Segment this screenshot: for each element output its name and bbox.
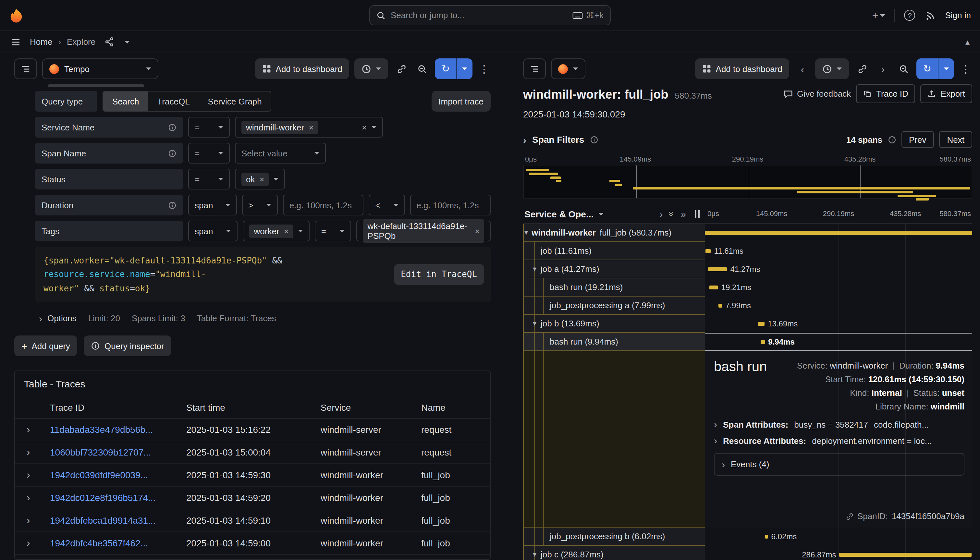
shift-time-back-button[interactable]: ‹ (795, 58, 810, 79)
content-outline-button[interactable] (523, 58, 546, 79)
service-name-operator-select[interactable]: = (188, 117, 230, 138)
shift-time-forward-button[interactable]: › (875, 58, 891, 79)
search-bar[interactable]: Search or jump to... ⌘+k (369, 5, 611, 25)
collapse-span-icon[interactable]: ▾ (533, 551, 537, 558)
trace-id-link[interactable]: 1942dbfebca1d9914a31... (50, 515, 155, 526)
give-feedback-button[interactable]: Give feedback (783, 89, 851, 98)
prev-span-button[interactable]: Prev (901, 131, 934, 148)
expand-row-icon[interactable]: › (27, 424, 30, 435)
name-column-header[interactable]: Service & Ope... (524, 208, 593, 219)
span-bar[interactable] (705, 231, 972, 235)
run-query-button[interactable]: ↻ (917, 58, 954, 79)
breadcrumb-home[interactable]: Home (30, 37, 52, 47)
import-trace-button[interactable]: Import trace (431, 91, 491, 112)
trace-id-link[interactable]: 1942dc039dfdf9e0039... (50, 470, 148, 480)
query-type-tab-traceql[interactable]: TraceQL (148, 92, 198, 111)
span-bar[interactable] (709, 285, 718, 289)
share-caret-button[interactable] (123, 39, 131, 45)
collapse-one-icon[interactable]: › (660, 208, 663, 219)
expand-row-icon[interactable]: › (27, 538, 30, 548)
tags-value-select[interactable]: wk-default-133114d6a91e-PSPQb× (357, 221, 491, 242)
remove-icon[interactable]: × (475, 226, 480, 236)
clear-icon[interactable]: × (362, 122, 367, 132)
span-row[interactable]: job_postprocessing a (7.99ms)7.99ms (523, 297, 972, 315)
news-rss-button[interactable] (925, 9, 937, 22)
column-header[interactable]: Trace ID (45, 397, 181, 418)
span-bar[interactable] (708, 267, 727, 271)
add-to-dashboard-button[interactable]: Add to dashboard (695, 58, 790, 79)
collapse-toolbar-button[interactable]: ▴ (964, 36, 971, 48)
options-accordion[interactable]: ›Options Limit: 20 Spans Limit: 3 Table … (35, 309, 491, 328)
span-row[interactable]: job_postprocessing b (6.02ms)6.02ms (523, 528, 972, 546)
tags-key-select[interactable]: worker× (243, 221, 310, 242)
add-query-button[interactable]: +Add query (14, 336, 77, 357)
link-button[interactable] (393, 58, 409, 79)
query-type-tab-search[interactable]: Search (103, 92, 148, 111)
zoom-out-button[interactable] (896, 58, 912, 79)
duration-lt-operator-select[interactable]: < (369, 195, 405, 215)
tags-scope-select[interactable]: span (188, 221, 238, 242)
trace-minimap[interactable] (523, 165, 972, 198)
trace-id-link[interactable]: 1060bbf732309b12707... (50, 447, 151, 458)
duration-gt-input[interactable]: e.g. 100ms, 1.2s (283, 195, 364, 215)
collapse-all-icon[interactable]: » (681, 208, 686, 219)
zoom-out-button[interactable] (414, 58, 430, 79)
remove-icon[interactable]: × (259, 174, 264, 184)
remove-icon[interactable]: × (284, 226, 289, 236)
span-row[interactable]: bash run (19.21ms)19.21ms (523, 278, 972, 297)
span-row[interactable]: job (11.61ms)11.61ms (523, 242, 972, 260)
column-header[interactable]: Service (315, 397, 416, 418)
expand-row-icon[interactable]: › (27, 470, 30, 480)
remove-icon[interactable]: × (308, 122, 313, 132)
share-shortlink-button[interactable] (103, 36, 115, 48)
span-name-operator-select[interactable]: = (188, 143, 230, 163)
export-button[interactable]: Export (921, 84, 972, 103)
datasource-picker[interactable]: Tempo (42, 58, 158, 79)
expand-row-icon[interactable]: › (27, 492, 30, 503)
trace-id-link[interactable]: 1942dc012e8f196b5174... (50, 493, 155, 503)
collapse-span-icon[interactable]: ▾ (533, 265, 537, 273)
duration-lt-input[interactable]: e.g. 100ms, 1.2s (410, 195, 491, 215)
datasource-picker[interactable] (551, 58, 585, 79)
span-row[interactable]: ▾windmill-workerfull_job (580.37ms) (523, 224, 972, 242)
time-range-picker[interactable] (355, 58, 388, 79)
status-operator-select[interactable]: = (188, 169, 230, 190)
column-header[interactable]: Name (416, 397, 490, 418)
expand-row-icon[interactable]: › (27, 515, 30, 526)
service-name-value-select[interactable]: windmill-worker× × (235, 117, 383, 138)
trace-id-link[interactable]: 11dabada33e479db56b... (50, 425, 153, 435)
link-button[interactable] (854, 58, 870, 79)
span-row[interactable]: ▾job b (13.69ms)13.69ms (523, 315, 972, 333)
expand-all-icon[interactable]: » (667, 211, 677, 217)
query-inspector-button[interactable]: Query inspector (84, 336, 171, 357)
span-filters-accordion[interactable]: › Span Filters (523, 134, 598, 145)
span-attributes-accordion[interactable]: › Span Attributes: busy_ns = 3582417 cod… (714, 419, 965, 430)
span-bar[interactable] (765, 535, 768, 538)
collapse-span-icon[interactable]: ▾ (524, 229, 528, 236)
next-span-button[interactable]: Next (940, 131, 972, 148)
status-value-select[interactable]: ok× (235, 169, 285, 190)
span-row[interactable]: bash run (9.94ms)9.94ms (523, 333, 972, 351)
trace-id-button[interactable]: Trace ID (856, 84, 915, 103)
help-button[interactable]: ? (903, 8, 917, 22)
pause-icon[interactable] (695, 210, 700, 218)
time-range-picker[interactable] (815, 58, 849, 79)
new-menu-button[interactable]: + (871, 8, 887, 22)
collapse-span-icon[interactable]: ▾ (533, 320, 537, 327)
edit-in-traceql-button[interactable]: Edit in TraceQL (393, 264, 484, 285)
pane-kebab-menu[interactable]: ⋮ (478, 63, 491, 75)
sign-in-link[interactable]: Sign in (945, 10, 971, 20)
span-bar[interactable] (760, 340, 765, 344)
resource-attributes-accordion[interactable]: › Resource Attributes: deployment.enviro… (714, 435, 965, 446)
trace-id-link[interactable]: 1942dbfc4be3567f462... (50, 538, 148, 548)
span-bar[interactable] (718, 304, 722, 308)
duration-gt-operator-select[interactable]: > (242, 195, 278, 215)
duration-scope-select[interactable]: span (188, 195, 237, 215)
span-bar[interactable] (840, 553, 972, 557)
horizontal-scrollbar[interactable] (48, 84, 144, 87)
tags-operator-select[interactable]: = (315, 221, 352, 242)
span-bar[interactable] (705, 249, 711, 253)
span-row[interactable]: ▾job a (41.27ms)41.27ms (523, 260, 972, 278)
events-accordion[interactable]: › Events (4) (714, 453, 965, 476)
run-query-button[interactable]: ↻ (435, 58, 472, 79)
